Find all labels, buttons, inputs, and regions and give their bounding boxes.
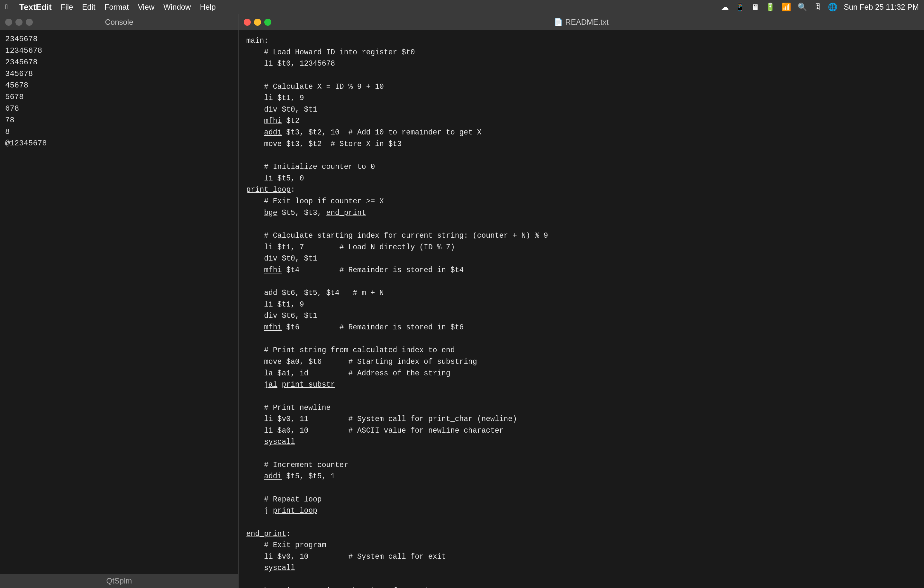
- maximize-button-console[interactable]: [26, 19, 33, 26]
- apple-menu-icon[interactable]: : [5, 3, 8, 11]
- console-line: 45678: [5, 80, 233, 91]
- console-output: 2345678 12345678 2345678 345678 45678 56…: [0, 30, 238, 574]
- console-titlebar: Console: [0, 14, 238, 30]
- menu-view[interactable]: View: [138, 3, 155, 12]
- console-line: 12345678: [5, 45, 233, 57]
- close-button-console[interactable]: [5, 19, 12, 26]
- textedit-title: 📄 README.txt: [554, 18, 609, 27]
- console-line: 5678: [5, 91, 233, 103]
- siri-icon[interactable]: 🌐: [828, 3, 838, 12]
- main-area: Console 2345678 12345678 2345678 345678 …: [0, 14, 924, 588]
- menu-help[interactable]: Help: [200, 3, 216, 12]
- qtspim-label: QtSpim: [106, 576, 132, 585]
- console-line: 345678: [5, 68, 233, 80]
- battery-icon: 🔋: [766, 3, 775, 12]
- file-icon: 📄: [554, 18, 563, 26]
- menu-window[interactable]: Window: [163, 3, 191, 12]
- search-icon[interactable]: 🔍: [798, 3, 807, 12]
- menu-file[interactable]: File: [61, 3, 73, 12]
- textedit-titlebar: 📄 README.txt: [239, 14, 924, 30]
- textedit-content[interactable]: main: # Load Howard ID into register $t0…: [239, 30, 924, 588]
- console-panel: Console 2345678 12345678 2345678 345678 …: [0, 14, 239, 588]
- menubar-right: ☁ 📱 🖥 🔋 📶 🔍 🎛 🌐 Sun Feb 25 11:32 PM: [721, 3, 919, 12]
- clock: Sun Feb 25 11:32 PM: [844, 3, 919, 12]
- console-title: Console: [105, 18, 133, 27]
- app-name[interactable]: TextEdit: [19, 2, 52, 12]
- console-footer: QtSpim: [0, 574, 238, 588]
- minimize-button-console[interactable]: [15, 19, 23, 26]
- menu-format[interactable]: Format: [104, 3, 129, 12]
- controlcenter-icon[interactable]: 🎛: [814, 3, 822, 12]
- textedit-panel: 📄 README.txt main: # Load Howard ID into…: [239, 14, 924, 588]
- menubar:  TextEdit File Edit Format View Window …: [0, 0, 924, 14]
- console-line: 78: [5, 114, 233, 126]
- minimize-button-textedit[interactable]: [254, 19, 261, 26]
- console-line: 2345678: [5, 57, 233, 68]
- console-line: @12345678: [5, 138, 233, 149]
- traffic-lights-textedit: [244, 19, 271, 26]
- menubar-left:  TextEdit File Edit Format View Window …: [5, 2, 216, 12]
- display-icon: 🖥: [751, 3, 759, 12]
- handoff-icon: 📱: [735, 3, 745, 12]
- close-button-textedit[interactable]: [244, 19, 251, 26]
- cloud-icon: ☁: [721, 3, 729, 12]
- traffic-lights-console: [5, 19, 33, 26]
- menu-edit[interactable]: Edit: [82, 3, 95, 12]
- maximize-button-textedit[interactable]: [264, 19, 271, 26]
- console-line: 8: [5, 126, 233, 138]
- console-line: 678: [5, 103, 233, 114]
- wifi-icon: 📶: [782, 3, 791, 12]
- console-line: 2345678: [5, 33, 233, 45]
- filename: README.txt: [565, 18, 609, 27]
